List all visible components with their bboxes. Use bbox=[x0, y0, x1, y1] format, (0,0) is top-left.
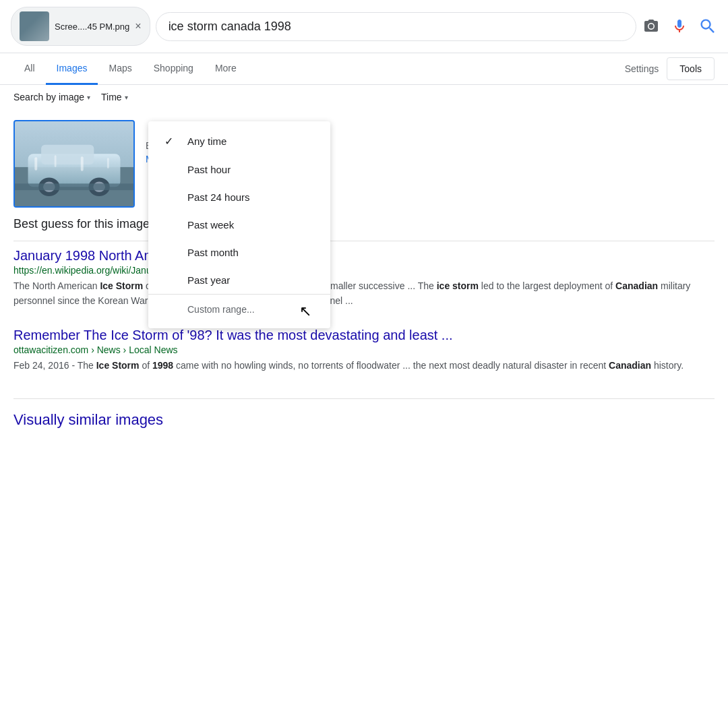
search-bar: Scree....45 PM.png × ice storm canada 19… bbox=[0, 0, 728, 53]
camera-icon[interactable] bbox=[642, 17, 661, 36]
image-tab-pill[interactable]: Scree....45 PM.png × bbox=[11, 7, 150, 46]
tab-shopping[interactable]: Shopping bbox=[143, 53, 204, 85]
svg-rect-12 bbox=[15, 183, 133, 190]
tab-maps[interactable]: Maps bbox=[98, 53, 142, 85]
main-content: Best sizes for this image: Medium Best g… bbox=[0, 109, 728, 429]
result-item-1: January 1998 North American ice storm - … bbox=[13, 248, 715, 309]
result-2-url-text[interactable]: ottawacitizen.com › News › Local News bbox=[13, 344, 178, 355]
result-2-date: Feb 24, 2016 bbox=[13, 360, 69, 371]
tools-button[interactable]: Tools bbox=[667, 57, 715, 80]
dropdown-custom-range[interactable]: Custom range... ↖ bbox=[148, 294, 330, 323]
visually-similar-heading[interactable]: Visually similar images bbox=[13, 411, 715, 429]
search-input-wrapper[interactable]: ice storm canada 1998 bbox=[156, 12, 636, 41]
svg-rect-11 bbox=[107, 158, 109, 169]
result-2-title[interactable]: Remember The Ice Storm of '98? It was th… bbox=[13, 328, 715, 343]
cursor-pointer-icon: ↖ bbox=[299, 303, 311, 320]
uploaded-image-preview bbox=[13, 120, 135, 208]
checkmark-icon: ✓ bbox=[164, 135, 178, 148]
result-item-2: Remember The Ice Storm of '98? It was th… bbox=[13, 328, 715, 373]
search-submit-icon[interactable] bbox=[698, 17, 717, 36]
tab-all[interactable]: All bbox=[13, 53, 46, 85]
svg-rect-10 bbox=[81, 156, 84, 171]
search-by-image-label: Search by image bbox=[13, 92, 84, 102]
tab-label: Scree....45 PM.png bbox=[55, 22, 129, 32]
tab-more[interactable]: More bbox=[204, 53, 247, 85]
svg-rect-9 bbox=[55, 155, 57, 167]
svg-rect-3 bbox=[41, 145, 94, 164]
dropdown-any-time-label: Any time bbox=[187, 135, 226, 147]
dropdown-past-week-label: Past week bbox=[187, 219, 234, 231]
dropdown-past-hour[interactable]: Past hour bbox=[148, 156, 330, 183]
time-filter-label: Time bbox=[101, 92, 122, 102]
svg-rect-8 bbox=[34, 157, 37, 171]
dropdown-past-month[interactable]: Past month bbox=[148, 239, 330, 266]
dropdown-any-time[interactable]: ✓ Any time bbox=[148, 127, 330, 156]
dropdown-past-week[interactable]: Past week bbox=[148, 211, 330, 239]
image-section: Best sizes for this image: Medium bbox=[13, 120, 715, 208]
filter-bar: Search by image ▾ Time ▾ ✓ Any time Past… bbox=[0, 85, 728, 109]
content-divider-2 bbox=[13, 398, 715, 399]
settings-link[interactable]: Settings bbox=[617, 54, 667, 84]
content-divider bbox=[13, 241, 715, 241]
dropdown-past-24-hours-label: Past 24 hours bbox=[187, 191, 250, 203]
search-by-image-chevron-icon: ▾ bbox=[87, 94, 90, 101]
nav-tabs: All Images Maps Shopping More Settings T… bbox=[0, 53, 728, 85]
dropdown-custom-range-label: Custom range... bbox=[187, 304, 255, 315]
result-1-snippet: The North American Ice Storm of 1998 was… bbox=[13, 278, 715, 309]
result-2-snippet: Feb 24, 2016 - The Ice Storm of 1998 cam… bbox=[13, 358, 715, 373]
best-guess-section: Best guess for this image: Ice Storm Can… bbox=[13, 216, 715, 231]
tab-images[interactable]: Images bbox=[46, 53, 98, 85]
microphone-icon[interactable] bbox=[670, 17, 689, 36]
search-by-image-filter[interactable]: Search by image ▾ bbox=[13, 92, 90, 102]
time-filter[interactable]: Time ▾ bbox=[101, 92, 128, 102]
best-guess-prefix: Best guess for this image: bbox=[13, 217, 153, 231]
result-2-url: ottawacitizen.com › News › Local News bbox=[13, 344, 715, 355]
ice-storm-image-svg bbox=[15, 120, 133, 208]
time-filter-chevron-icon: ▾ bbox=[125, 94, 128, 101]
tab-thumbnail bbox=[20, 11, 49, 41]
tab-close-button[interactable]: × bbox=[135, 20, 141, 32]
result-1-url: https://en.wikipedia.org/wiki/January_19… bbox=[13, 265, 715, 276]
search-icons bbox=[642, 17, 717, 36]
dropdown-past-year[interactable]: Past year bbox=[148, 266, 330, 294]
result-1-title[interactable]: January 1998 North American ice storm - … bbox=[13, 248, 715, 264]
search-query-text: ice storm canada 1998 bbox=[169, 20, 624, 34]
dropdown-past-24-hours[interactable]: Past 24 hours bbox=[148, 183, 330, 211]
dropdown-past-year-label: Past year bbox=[187, 274, 230, 286]
dropdown-past-hour-label: Past hour bbox=[187, 164, 231, 175]
dropdown-past-month-label: Past month bbox=[187, 247, 239, 258]
time-dropdown-menu: ✓ Any time Past hour Past 24 hours Past … bbox=[148, 121, 330, 328]
